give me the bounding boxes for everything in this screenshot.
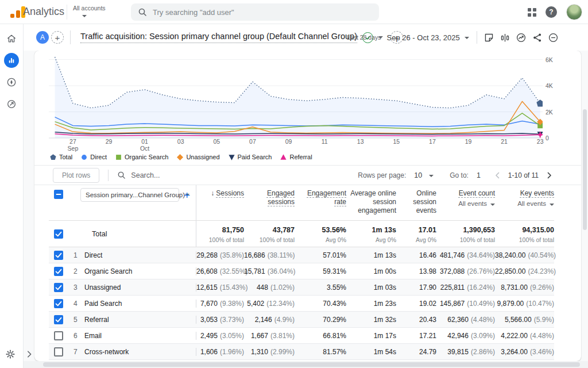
cell-event-count: 42,946(3.09%) xyxy=(436,332,495,340)
row-checkbox[interactable] xyxy=(54,347,63,356)
global-search-input[interactable]: Try searching "add user" xyxy=(131,3,379,21)
next-page-button[interactable] xyxy=(544,171,554,180)
legend-item-direct[interactable]: Direct xyxy=(81,154,107,160)
column-header-engaged-sessions[interactable]: Engaged sessions xyxy=(244,185,295,220)
dimension-selector[interactable]: Session primary...Channel Group) xyxy=(80,188,179,202)
select-all-checkbox[interactable] xyxy=(54,190,63,199)
legend-item-paid-search[interactable]: Paid Search xyxy=(229,154,272,160)
traffic-line-chart xyxy=(49,55,543,140)
column-header-average-online-session-engagement[interactable]: Average online session engagement xyxy=(346,185,396,220)
date-range-selector[interactable]: Sep 26 - Oct 23, 2025 xyxy=(387,33,460,42)
goto-page-value[interactable]: 1 xyxy=(477,171,481,179)
legend-item-unassigned[interactable]: Unassigned xyxy=(177,154,219,160)
column-label: Online session events xyxy=(413,189,436,214)
column-label: Engaged sessions xyxy=(267,189,295,206)
row-checkbox[interactable] xyxy=(54,299,63,308)
y-axis-tick: 4K xyxy=(546,82,563,89)
horizontal-scrollbar-thumb[interactable] xyxy=(43,362,580,367)
property-avatar[interactable]: A xyxy=(36,31,49,44)
column-header-sessions[interactable]: ↓Sessions xyxy=(196,185,244,220)
channel-name: Referral xyxy=(84,316,196,324)
cell-event-count: 481,746(34.64%) xyxy=(436,251,495,259)
cell-engagement-rate: 57.01% xyxy=(295,251,346,259)
explore-compass-icon xyxy=(6,76,17,88)
row-checkbox-cell xyxy=(49,347,72,356)
insights-icon[interactable] xyxy=(516,32,527,43)
nav-reports[interactable] xyxy=(4,53,19,68)
total-checkbox[interactable] xyxy=(54,229,63,239)
metric-filter[interactable]: All events xyxy=(436,200,495,208)
account-switcher[interactable]: All accounts xyxy=(73,5,106,18)
add-comparison-button[interactable]: + xyxy=(51,31,64,44)
row-checkbox[interactable] xyxy=(54,251,63,260)
x-axis-tick: 23 xyxy=(529,138,552,145)
x-axis-tick: 09 xyxy=(277,138,300,145)
cell-sessions: 81,750100% of total xyxy=(196,221,244,247)
row-checkbox[interactable] xyxy=(54,267,63,276)
cell-engagement-rate: 70.43% xyxy=(295,300,346,308)
legend-item-total[interactable]: Total xyxy=(50,154,72,160)
square-marker-icon xyxy=(115,154,122,160)
nav-advertising[interactable] xyxy=(4,97,19,112)
report-card: 02K4K6K 27 Sep2901 Oct030507091113151719… xyxy=(34,51,581,361)
triangle-up-marker-icon xyxy=(280,154,287,160)
user-avatar[interactable] xyxy=(566,4,582,20)
notes-icon[interactable] xyxy=(483,32,494,43)
column-header-event-count[interactable]: Event countAll events xyxy=(436,185,495,220)
legend-item-organic-search[interactable]: Organic Search xyxy=(115,154,168,160)
top-app-bar: Analytics All accounts Try searching "ad… xyxy=(0,0,588,24)
add-dimension-button[interactable]: + xyxy=(184,189,190,202)
vertical-scrollbar-thumb[interactable] xyxy=(583,109,587,230)
chevron-down-icon[interactable] xyxy=(465,37,469,39)
x-axis-tick: 01 Oct xyxy=(133,138,156,152)
comparison-icon[interactable] xyxy=(500,32,510,43)
apps-grid-icon[interactable] xyxy=(528,8,536,17)
share-icon[interactable] xyxy=(532,32,543,43)
cell-key-events: 9,879.00(10.47%) xyxy=(495,300,554,308)
column-header-key-events[interactable]: Key eventsAll events xyxy=(495,185,554,220)
rows-per-page-label: Rows per page: xyxy=(358,171,406,179)
previous-page-button[interactable] xyxy=(493,171,502,180)
cell-event-count: 39,815(2.86%) xyxy=(436,348,495,356)
column-header-online-session-events[interactable]: Online session events xyxy=(396,185,436,220)
x-axis-tick: 05 xyxy=(205,138,228,145)
search-icon xyxy=(117,171,126,179)
table-row-email: 6Email2,495(3.05%)1,667(3.81%)66.81%1m 1… xyxy=(49,328,554,344)
channel-name: Paid Search xyxy=(84,300,196,308)
chevron-right-icon xyxy=(25,350,33,358)
report-title[interactable]: Traffic acquisition: Session primary cha… xyxy=(80,32,357,43)
row-checkbox[interactable] xyxy=(54,315,63,324)
plot-rows-button[interactable]: Plot rows xyxy=(53,168,99,183)
nav-home[interactable] xyxy=(4,31,19,46)
cell-average-online-session-engagement: 1m 32s xyxy=(346,316,396,324)
cell-average-online-session-engagement: 1m 13s xyxy=(346,251,396,259)
customize-report-icon[interactable] xyxy=(548,32,559,43)
cell-engaged-sessions: 43,787100% of total xyxy=(244,221,295,247)
rows-per-page-value[interactable]: 10 xyxy=(414,171,422,179)
table-row-referral: 5Referral3,053(3.73%)2,146(4.9%)70.29%1m… xyxy=(49,312,554,328)
channel-name: Unassigned xyxy=(84,283,196,292)
nav-explore[interactable] xyxy=(4,75,19,90)
table-search-input[interactable]: Search... xyxy=(117,171,160,179)
help-icon[interactable]: ? xyxy=(546,6,557,18)
row-checkbox[interactable] xyxy=(54,331,63,340)
expand-sidebar-button[interactable] xyxy=(25,350,33,361)
horizontal-scrollbar[interactable] xyxy=(24,361,588,368)
metric-filter[interactable]: All events xyxy=(495,200,554,208)
legend-item-referral[interactable]: Referral xyxy=(280,154,312,160)
cell-engagement-rate: 53.56%Avg 0% xyxy=(295,221,346,247)
column-header-engagement-rate[interactable]: Engagement rate xyxy=(295,185,346,220)
admin-settings[interactable] xyxy=(5,348,16,362)
chevron-down-icon xyxy=(82,15,87,17)
row-number: 5 xyxy=(72,316,84,324)
pentagon-marker-icon xyxy=(50,154,56,160)
chevron-down-icon[interactable] xyxy=(429,175,434,177)
row-number: 7 xyxy=(72,348,84,356)
search-icon xyxy=(138,7,147,17)
row-checkbox[interactable] xyxy=(54,283,63,292)
header-checkbox-cell xyxy=(49,185,72,220)
triangle-down-marker-icon xyxy=(229,154,235,160)
cell-key-events: 3,264.00(3.46%) xyxy=(495,348,554,356)
channel-name: Email xyxy=(84,332,196,340)
cell-engaged-sessions: 448(1.02%) xyxy=(244,283,295,292)
